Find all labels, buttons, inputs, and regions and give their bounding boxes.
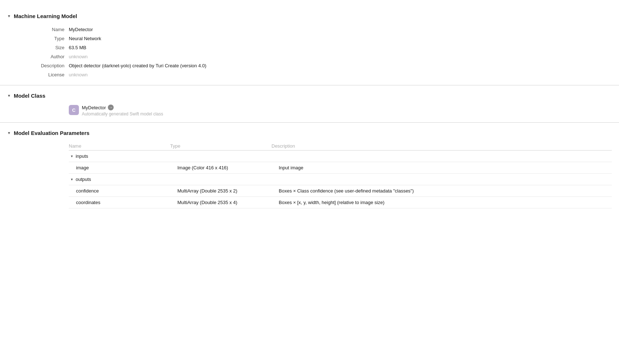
- field-value-type: Neural Network: [69, 36, 101, 41]
- field-label-type: Type: [22, 36, 69, 41]
- field-label-author: Author: [22, 54, 69, 59]
- class-icon: C: [69, 105, 79, 115]
- field-label-description: Description: [22, 63, 69, 68]
- field-value-license: unknown: [69, 72, 88, 77]
- table-row: image Image (Color 416 x 416) Input imag…: [69, 162, 612, 174]
- field-value-author: unknown: [69, 54, 88, 59]
- inputs-chevron: ▼: [70, 155, 73, 158]
- ml-model-title: Machine Learning Model: [14, 13, 77, 19]
- field-label-size: Size: [22, 45, 69, 50]
- col-header-description: Description: [271, 143, 612, 149]
- table-row: coordinates MultiArray (Double 2535 x 4)…: [69, 197, 612, 208]
- row-confidence-description: Boxes × Class confidence (see user-defin…: [279, 188, 612, 194]
- row-image-name: image: [76, 165, 177, 170]
- model-class-section: ▼ Model Class C MyDetector Automatically…: [0, 85, 619, 123]
- row-confidence-name: confidence: [76, 188, 177, 194]
- eval-params-chevron[interactable]: ▼: [7, 131, 11, 135]
- field-row-size: Size 63.5 MB: [0, 43, 619, 52]
- eval-params-section: ▼ Model Evaluation Parameters Name Type …: [0, 123, 619, 214]
- field-row-type: Type Neural Network: [0, 34, 619, 43]
- col-header-type: Type: [170, 143, 271, 149]
- group-outputs[interactable]: ▼ outputs: [69, 174, 612, 185]
- row-image-description: Input image: [279, 165, 612, 170]
- ml-model-header: ▼ Machine Learning Model: [0, 12, 619, 21]
- row-coordinates-description: Boxes × [x, y, width, height] (relative …: [279, 200, 612, 205]
- group-inputs[interactable]: ▼ inputs: [69, 151, 612, 162]
- eval-params-title: Model Evaluation Parameters: [14, 130, 89, 136]
- class-subtitle: Automatically generated Swift model clas…: [82, 111, 163, 117]
- row-image-type: Image (Color 416 x 416): [177, 165, 279, 170]
- class-name: MyDetector: [82, 105, 106, 110]
- row-confidence-type: MultiArray (Double 2535 x 2): [177, 188, 279, 194]
- model-class-item: C MyDetector Automatically generated Swi…: [0, 105, 619, 117]
- eval-table: Name Type Description ▼ inputs image Ima…: [69, 142, 612, 208]
- row-coordinates-name: coordinates: [76, 200, 177, 205]
- class-info: MyDetector Automatically generated Swift…: [82, 105, 163, 117]
- field-row-author: Author unknown: [0, 52, 619, 61]
- table-header-row: Name Type Description: [69, 142, 612, 151]
- field-row-name: Name MyDetector: [0, 25, 619, 34]
- outputs-label: outputs: [76, 177, 91, 182]
- field-row-description: Description Object detector (darknet-yol…: [0, 61, 619, 70]
- field-row-license: License unknown: [0, 70, 619, 79]
- page: ▼ Machine Learning Model Name MyDetector…: [0, 0, 619, 220]
- row-coordinates-type: MultiArray (Double 2535 x 4): [177, 200, 279, 205]
- inputs-label: inputs: [76, 153, 88, 159]
- model-class-header: ▼ Model Class: [0, 91, 619, 100]
- outputs-chevron: ▼: [70, 178, 73, 181]
- field-value-size: 63.5 MB: [69, 45, 86, 50]
- field-label-license: License: [22, 72, 69, 77]
- ml-model-section: ▼ Machine Learning Model Name MyDetector…: [0, 6, 619, 85]
- table-row: confidence MultiArray (Double 2535 x 2) …: [69, 185, 612, 197]
- field-label-name: Name: [22, 27, 69, 32]
- col-header-name: Name: [69, 143, 170, 149]
- ml-model-chevron[interactable]: ▼: [7, 14, 11, 18]
- field-value-description: Object detector (darknet-yolo) created b…: [69, 63, 206, 68]
- eval-params-header: ▼ Model Evaluation Parameters: [0, 128, 619, 137]
- field-value-name: MyDetector: [69, 27, 93, 32]
- model-class-title: Model Class: [14, 93, 46, 99]
- class-name-row: MyDetector: [82, 105, 163, 110]
- model-class-chevron[interactable]: ▼: [7, 94, 11, 98]
- class-navigate-button[interactable]: [108, 105, 114, 110]
